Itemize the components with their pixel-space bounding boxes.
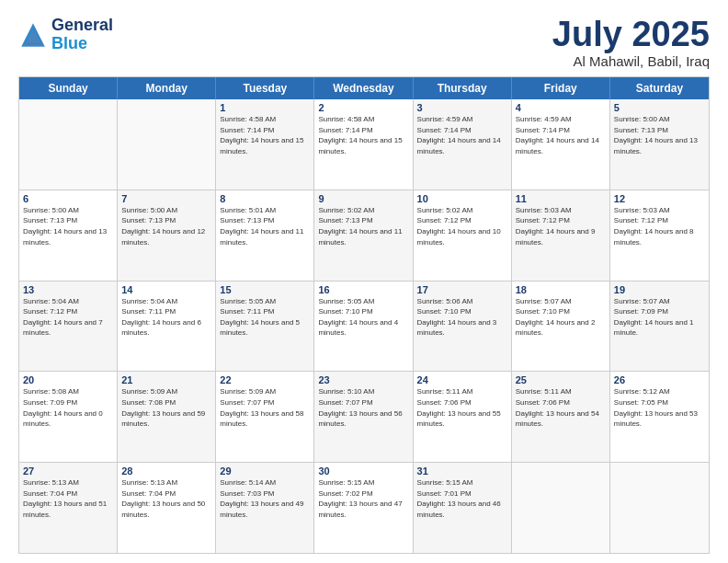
day-number: 16 [318,284,408,295]
day-number: 29 [220,465,310,477]
day-info: Sunrise: 5:07 AMSunset: 7:09 PMDaylight:… [614,296,705,339]
calendar: SundayMondayTuesdayWednesdayThursdayFrid… [18,76,710,554]
day-info: Sunrise: 5:00 AMSunset: 7:13 PMDaylight:… [121,205,211,247]
day-info: Sunrise: 5:10 AMSunset: 7:07 PMDaylight:… [318,386,408,429]
day-number: 14 [121,284,211,295]
day-info: Sunrise: 5:03 AMSunset: 7:12 PMDaylight:… [516,205,606,247]
day-number: 23 [318,374,408,385]
day-cell-12: 12Sunrise: 5:03 AMSunset: 7:12 PMDayligh… [610,190,709,281]
header-day-wednesday: Wednesday [314,77,413,99]
day-info: Sunrise: 5:05 AMSunset: 7:10 PMDaylight:… [318,296,408,339]
day-number: 26 [614,374,705,385]
day-cell-31: 31Sunrise: 5:15 AMSunset: 7:01 PMDayligh… [414,463,512,553]
day-cell-30: 30Sunrise: 5:15 AMSunset: 7:02 PMDayligh… [314,463,413,553]
day-cell-15: 15Sunrise: 5:05 AMSunset: 7:11 PMDayligh… [216,282,314,372]
day-cell-17: 17Sunrise: 5:06 AMSunset: 7:10 PMDayligh… [414,282,512,372]
day-number: 6 [23,193,113,204]
day-info: Sunrise: 5:05 AMSunset: 7:11 PMDaylight:… [220,296,310,339]
day-cell-6: 6Sunrise: 5:00 AMSunset: 7:13 PMDaylight… [19,190,118,281]
day-info: Sunrise: 5:04 AMSunset: 7:12 PMDaylight:… [23,296,113,339]
day-cell-20: 20Sunrise: 5:08 AMSunset: 7:09 PMDayligh… [19,372,118,462]
day-cell-22: 22Sunrise: 5:09 AMSunset: 7:07 PMDayligh… [216,372,314,462]
day-cell-13: 13Sunrise: 5:04 AMSunset: 7:12 PMDayligh… [19,282,118,372]
day-info: Sunrise: 5:00 AMSunset: 7:13 PMDaylight:… [23,205,113,247]
empty-cell [118,99,216,190]
day-number: 27 [23,465,113,477]
day-number: 17 [417,284,507,295]
day-info: Sunrise: 5:04 AMSunset: 7:11 PMDaylight:… [121,296,211,339]
calendar-body: 1Sunrise: 4:58 AMSunset: 7:14 PMDaylight… [19,99,709,553]
day-info: Sunrise: 5:13 AMSunset: 7:04 PMDaylight:… [23,477,113,520]
day-info: Sunrise: 5:14 AMSunset: 7:03 PMDaylight:… [220,477,310,520]
day-info: Sunrise: 5:09 AMSunset: 7:08 PMDaylight:… [121,386,211,429]
day-cell-7: 7Sunrise: 5:00 AMSunset: 7:13 PMDaylight… [118,190,216,281]
day-number: 9 [318,193,408,204]
day-cell-27: 27Sunrise: 5:13 AMSunset: 7:04 PMDayligh… [19,463,118,553]
day-info: Sunrise: 4:58 AMSunset: 7:14 PMDaylight:… [220,114,310,156]
day-info: Sunrise: 5:08 AMSunset: 7:09 PMDaylight:… [23,386,113,429]
day-number: 8 [220,193,310,204]
day-info: Sunrise: 4:59 AMSunset: 7:14 PMDaylight:… [516,114,606,156]
location-title: Al Mahawil, Babil, Iraq [552,53,710,69]
logo: GeneralBlue [18,17,113,53]
day-cell-9: 9Sunrise: 5:02 AMSunset: 7:13 PMDaylight… [314,190,413,281]
calendar-row-5: 27Sunrise: 5:13 AMSunset: 7:04 PMDayligh… [19,462,709,553]
page-header: GeneralBlue July 2025 Al Mahawil, Babil,… [18,17,710,69]
day-cell-26: 26Sunrise: 5:12 AMSunset: 7:05 PMDayligh… [610,372,709,462]
day-number: 4 [516,102,606,113]
empty-cell [512,463,610,553]
empty-cell [19,99,118,190]
header-day-thursday: Thursday [414,77,512,99]
day-number: 22 [220,374,310,385]
day-number: 18 [516,284,606,295]
day-info: Sunrise: 5:07 AMSunset: 7:10 PMDaylight:… [516,296,606,339]
day-number: 19 [614,284,705,295]
day-info: Sunrise: 5:03 AMSunset: 7:12 PMDaylight:… [614,205,705,247]
calendar-page: GeneralBlue July 2025 Al Mahawil, Babil,… [0,0,728,563]
day-cell-3: 3Sunrise: 4:59 AMSunset: 7:14 PMDaylight… [414,99,512,190]
day-number: 31 [417,465,507,477]
logo-icon [18,20,48,50]
header-day-monday: Monday [118,77,216,99]
day-info: Sunrise: 5:12 AMSunset: 7:05 PMDaylight:… [614,386,705,429]
day-number: 11 [516,193,606,204]
day-number: 1 [220,102,310,113]
day-info: Sunrise: 5:09 AMSunset: 7:07 PMDaylight:… [220,386,310,429]
day-info: Sunrise: 5:00 AMSunset: 7:13 PMDaylight:… [614,114,705,156]
day-number: 5 [614,102,705,113]
day-number: 24 [417,374,507,385]
calendar-row-1: 1Sunrise: 4:58 AMSunset: 7:14 PMDaylight… [19,99,709,190]
month-title: July 2025 [552,17,710,52]
day-cell-28: 28Sunrise: 5:13 AMSunset: 7:04 PMDayligh… [118,463,216,553]
day-number: 7 [121,193,211,204]
day-cell-4: 4Sunrise: 4:59 AMSunset: 7:14 PMDaylight… [512,99,610,190]
day-cell-24: 24Sunrise: 5:11 AMSunset: 7:06 PMDayligh… [414,372,512,462]
day-cell-16: 16Sunrise: 5:05 AMSunset: 7:10 PMDayligh… [314,282,413,372]
day-info: Sunrise: 5:11 AMSunset: 7:06 PMDaylight:… [417,386,507,429]
day-number: 20 [23,374,113,385]
day-number: 10 [417,193,507,204]
header-day-saturday: Saturday [610,77,709,99]
day-number: 30 [318,465,408,477]
day-info: Sunrise: 5:02 AMSunset: 7:12 PMDaylight:… [417,205,507,247]
day-cell-23: 23Sunrise: 5:10 AMSunset: 7:07 PMDayligh… [314,372,413,462]
day-info: Sunrise: 5:02 AMSunset: 7:13 PMDaylight:… [318,205,408,247]
calendar-row-4: 20Sunrise: 5:08 AMSunset: 7:09 PMDayligh… [19,371,709,462]
day-number: 15 [220,284,310,295]
title-block: July 2025 Al Mahawil, Babil, Iraq [552,17,710,69]
calendar-header: SundayMondayTuesdayWednesdayThursdayFrid… [19,77,709,99]
day-cell-11: 11Sunrise: 5:03 AMSunset: 7:12 PMDayligh… [512,190,610,281]
header-day-sunday: Sunday [19,77,118,99]
day-number: 21 [121,374,211,385]
day-number: 25 [516,374,606,385]
day-cell-21: 21Sunrise: 5:09 AMSunset: 7:08 PMDayligh… [118,372,216,462]
day-info: Sunrise: 5:15 AMSunset: 7:01 PMDaylight:… [417,477,507,520]
empty-cell [610,463,709,553]
day-number: 12 [614,193,705,204]
header-day-tuesday: Tuesday [216,77,314,99]
day-info: Sunrise: 4:58 AMSunset: 7:14 PMDaylight:… [318,114,408,156]
day-info: Sunrise: 5:06 AMSunset: 7:10 PMDaylight:… [417,296,507,339]
calendar-row-2: 6Sunrise: 5:00 AMSunset: 7:13 PMDaylight… [19,190,709,281]
day-cell-25: 25Sunrise: 5:11 AMSunset: 7:06 PMDayligh… [512,372,610,462]
day-info: Sunrise: 4:59 AMSunset: 7:14 PMDaylight:… [417,114,507,156]
